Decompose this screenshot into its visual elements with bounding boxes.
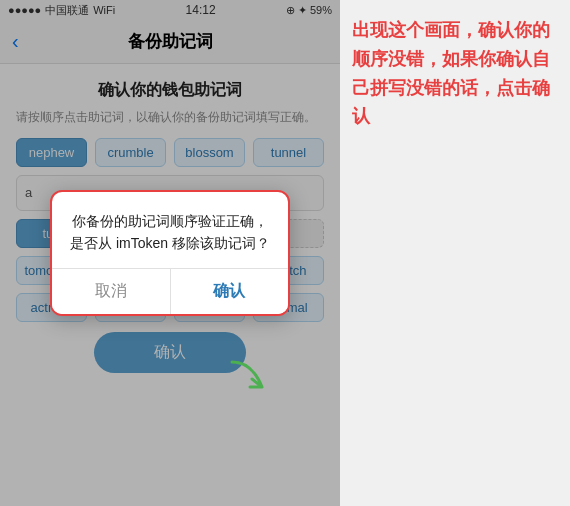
dialog: 你备份的助记词顺序验证正确，是否从 imToken 移除该助记词？ 取消 确认 [50,190,290,317]
dialog-cancel-button[interactable]: 取消 [52,269,171,314]
dialog-text: 你备份的助记词顺序验证正确，是否从 imToken 移除该助记词？ [68,210,272,255]
dialog-actions: 取消 确认 [52,268,288,314]
arrow-wrapper [222,357,272,401]
phone-panel: ●●●●● 中国联通 WiFi 14:12 ⊕ ✦ 59% ‹ 备份助记词 确认… [0,0,340,506]
dialog-body: 你备份的助记词顺序验证正确，是否从 imToken 移除该助记词？ [52,192,288,269]
arrow-icon [222,357,272,397]
annotation-panel: 出现这个画面，确认你的顺序没错，如果你确认自己拼写没错的话，点击确认 [340,0,570,506]
annotation-text: 出现这个画面，确认你的顺序没错，如果你确认自己拼写没错的话，点击确认 [352,16,558,131]
dialog-ok-button[interactable]: 确认 [171,269,289,314]
dialog-overlay: 你备份的助记词顺序验证正确，是否从 imToken 移除该助记词？ 取消 确认 [0,0,340,506]
